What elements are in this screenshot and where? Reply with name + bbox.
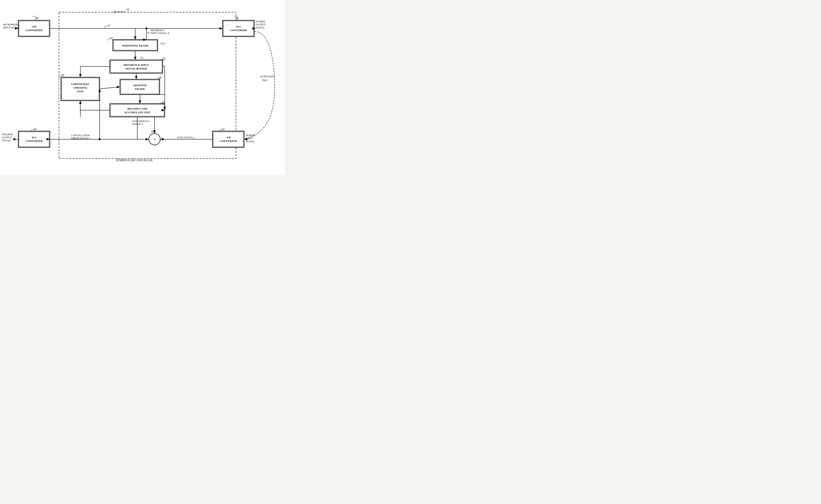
cancellation-error-label: CANCELLATION xyxy=(71,134,90,137)
hybrid-output-label3: SIGNAL xyxy=(256,26,265,29)
ad-converter-hybrid-text2: CONVERTER xyxy=(220,139,237,143)
signal-b-label: B xyxy=(147,31,149,34)
hybrid-output-label: HYBRID xyxy=(256,20,265,23)
svg-rect-20 xyxy=(111,61,162,72)
echo-replica-label: ECHO REPLICA xyxy=(132,120,150,123)
ad-converter-input-text2: CONVERTER xyxy=(26,29,43,32)
ref-28: 28 xyxy=(159,76,161,79)
hybrid-echo-canceller-label: HYBRID ECHO CANCELLER xyxy=(116,159,153,162)
whitening-filter-text: WHITENING FILTER xyxy=(122,44,149,47)
coefficient-unit-text3: UNIT xyxy=(77,90,84,93)
speaker-output-label3: SIGNAL xyxy=(2,139,11,142)
svg-rect-26 xyxy=(121,80,159,94)
reference-buffer-text: REFERENCE INPUT xyxy=(124,63,149,66)
adaptive-filter-text2: FILTER xyxy=(135,87,145,90)
echo-replica-label2: SIGNAL Y xyxy=(132,123,143,125)
hybrid-input-label: HYBRID xyxy=(246,134,255,137)
echo-path-label: ECHO PATH xyxy=(260,75,275,78)
microphone-input-label: MICROPHONE xyxy=(3,23,19,26)
multiply-unit-text: MULTIPLY AND xyxy=(127,107,147,110)
reference-input-x-label: REFERENCE xyxy=(150,29,165,32)
ref-26: 26 xyxy=(61,74,64,77)
hybrid-output-label2: OUTPUT xyxy=(256,23,266,26)
da-converter-speaker-text2: CONVERTER xyxy=(26,139,43,143)
coefficient-unit-text: COEFFICIENT xyxy=(71,83,90,86)
summer-plus: + xyxy=(153,137,156,142)
speaker-output-label: SPEAKER xyxy=(2,133,13,136)
ref-20: 20 xyxy=(36,17,38,20)
ref-36: 36 xyxy=(236,17,239,20)
diagram-container: 10 A/D CONVERTER 20 MICROPHONE INPUT SIG… xyxy=(0,0,285,175)
x1-label: X1 xyxy=(140,56,144,59)
ref-18: 18 xyxy=(110,37,113,40)
adaptive-filter-text: ADAPTIVE xyxy=(133,84,147,87)
cz-label: C(z) xyxy=(160,42,165,45)
ad-converter-hybrid-text: A/D xyxy=(226,136,231,139)
ad-converter-input-text: A/D xyxy=(32,25,36,28)
summer-minus-label: − xyxy=(161,135,162,139)
ref-10-label: 10 xyxy=(126,8,129,11)
coefficient-unit-text2: UPDATING xyxy=(73,86,87,89)
echo-path-hz-label: H(z) xyxy=(262,78,267,82)
speaker-output-label2: OUTPUT xyxy=(2,136,12,139)
signal-a-label: A xyxy=(108,24,110,27)
reference-buffer-text2: SIGNAL BUFFER xyxy=(126,67,147,70)
ref-30: 30 xyxy=(151,130,154,133)
summer-plus-bottom: + xyxy=(155,144,156,147)
da-converter-speaker-text: D/A xyxy=(32,136,37,139)
cancellation-error-label2: ERROR SIGNAL e xyxy=(71,137,90,140)
svg-rect-29 xyxy=(111,105,164,116)
da-converter-output-text: D/A xyxy=(236,25,241,28)
ref-32: 32 xyxy=(222,128,225,131)
microphone-input-label2: INPUT SIGNAL xyxy=(3,26,20,29)
echo-signal-label: ECHO SIGNAL y xyxy=(177,136,195,139)
multiply-unit-text2: ACCUMULATE UNIT xyxy=(124,111,150,114)
da-converter-output-text2: CONVERTER xyxy=(230,29,247,32)
ref-34: 34 xyxy=(34,128,36,131)
ref-22: 22 xyxy=(163,57,166,60)
hybrid-input-label3: SIGNAL xyxy=(246,140,255,143)
reference-input-x-label2: INPUT SIGNAL X xyxy=(150,32,170,35)
ref-24: 24 xyxy=(162,101,165,104)
